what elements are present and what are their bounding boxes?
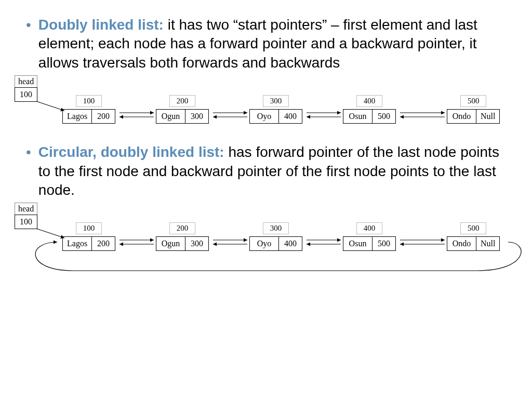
node-data: Ogun: [156, 237, 185, 250]
node-data: Osun: [343, 110, 373, 123]
node-data: Ondo: [447, 110, 476, 123]
node-data: Oyo: [250, 110, 279, 123]
list-node: 500OndoNull: [447, 222, 500, 251]
list-node: 400Osun500: [343, 222, 396, 251]
list-node: 100Lagos200: [62, 95, 115, 124]
node-next: 200: [92, 110, 115, 123]
list-node: 300Oyo400: [249, 222, 302, 251]
svg-line-9: [36, 229, 64, 238]
node-address: 100: [76, 222, 102, 234]
node-next: 200: [92, 237, 115, 250]
head-box: head100: [15, 75, 37, 102]
head-value: 100: [15, 87, 37, 102]
node-next: Null: [476, 237, 499, 250]
node-data: Ogun: [156, 110, 185, 123]
node-address: 300: [263, 95, 289, 107]
list-node: 300Oyo400: [249, 95, 302, 124]
node-address: 400: [356, 222, 382, 234]
term-1: Doubly linked list:: [38, 17, 164, 33]
node-next: Null: [476, 110, 499, 123]
term-2: Circular, doubly linked list:: [38, 144, 224, 160]
list-node: 400Osun500: [343, 95, 396, 124]
node-address: 400: [356, 95, 382, 107]
bullet-text-2: Circular, doubly linked list: has forwar…: [38, 143, 501, 200]
node-next: 500: [373, 110, 395, 123]
head-box: head100: [15, 203, 37, 229]
node-data: Ondo: [447, 237, 476, 250]
bullet-marker: •: [10, 16, 38, 34]
node-next: 400: [279, 237, 302, 250]
list-node: 200Ogun300: [156, 95, 209, 124]
node-data: Lagos: [63, 237, 92, 250]
head-label: head: [15, 75, 37, 88]
list-node: 200Ogun300: [156, 222, 209, 251]
node-next: 400: [279, 110, 302, 123]
diagram-circular-doubly-linked: head100100Lagos200200Ogun300300Oyo400400…: [10, 203, 501, 281]
bullet-text-1: Doubly linked list: it has two “start po…: [38, 16, 501, 72]
node-data: Lagos: [63, 110, 92, 123]
node-address: 200: [169, 95, 195, 107]
node-data: Oyo: [250, 237, 279, 250]
list-node: 500OndoNull: [447, 95, 500, 124]
node-next: 500: [373, 237, 395, 250]
bullet-1: • Doubly linked list: it has two “start …: [10, 16, 501, 72]
bullet-marker: •: [10, 143, 38, 162]
svg-line-0: [36, 101, 64, 111]
node-address: 500: [460, 222, 486, 234]
diagram-doubly-linked: head100100Lagos200200Ogun300300Oyo400400…: [10, 75, 501, 143]
node-address: 100: [76, 95, 102, 107]
node-address: 200: [169, 222, 195, 234]
node-address: 300: [263, 222, 289, 234]
node-next: 300: [185, 237, 208, 250]
node-next: 300: [185, 110, 208, 123]
head-label: head: [15, 203, 37, 215]
head-value: 100: [15, 215, 37, 229]
node-address: 500: [460, 95, 486, 107]
node-data: Osun: [343, 237, 373, 250]
bullet-2: • Circular, doubly linked list: has forw…: [10, 143, 501, 200]
list-node: 100Lagos200: [62, 222, 115, 251]
